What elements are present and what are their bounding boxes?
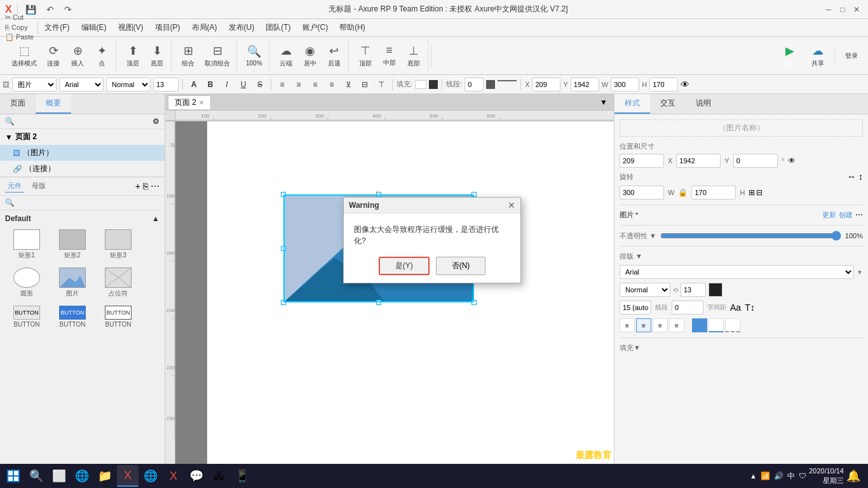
taskbar-axure2[interactable]: X xyxy=(163,465,184,487)
group-button[interactable]: ⊞ 组合 xyxy=(177,43,200,69)
right-font-size-input[interactable] xyxy=(681,283,706,297)
component-placeholder[interactable]: 占位符 xyxy=(97,265,140,301)
close-button[interactable]: ✕ xyxy=(850,3,863,16)
font-family-select[interactable]: Arial xyxy=(59,78,104,92)
component-circle[interactable]: 圆形 xyxy=(5,265,48,301)
tray-antivirus-icon[interactable]: 🛡 xyxy=(799,471,806,480)
flip-v-icon[interactable]: ↕ xyxy=(858,172,863,182)
preview-button[interactable]: ▶ 预览 xyxy=(778,43,801,69)
text-align-center[interactable]: ≡ xyxy=(636,318,651,332)
taskbar-search[interactable]: 🔍 xyxy=(25,465,47,487)
insert-button[interactable]: ⊕ 插入 xyxy=(66,43,89,69)
select-mode-button[interactable]: ⬚ 选择模式 xyxy=(8,43,41,69)
bold-btn[interactable]: A xyxy=(187,78,201,92)
tray-ime-icon[interactable]: 中 xyxy=(787,471,795,482)
h-input[interactable] xyxy=(649,78,678,92)
menu-help[interactable]: 帮助(H) xyxy=(334,20,370,35)
dialog-yes-button[interactable]: 是(Y) xyxy=(379,257,430,275)
page-mid-button[interactable]: ≡ 中部 xyxy=(378,43,401,69)
tab-style[interactable]: 样式 xyxy=(614,94,650,114)
italic-btn[interactable]: I xyxy=(220,78,234,92)
taskbar-wechat[interactable]: 💬 xyxy=(186,465,207,487)
duplicate-component-icon[interactable]: ⎘ xyxy=(143,181,148,191)
taskbar-clock[interactable]: 2020/10/14 星期三 xyxy=(809,466,844,486)
dialog-no-button[interactable]: 否(N) xyxy=(436,257,486,275)
element-name-field[interactable]: （图片名称） xyxy=(620,119,863,137)
font-style-select[interactable]: Normal xyxy=(106,78,151,92)
align-center-btn[interactable]: ≡ xyxy=(292,78,306,92)
maximize-button[interactable]: □ xyxy=(836,3,849,16)
flip-h-icon[interactable]: ↔ xyxy=(847,172,856,182)
line-width-input[interactable] xyxy=(465,78,484,92)
notification-icon[interactable]: 🔔 xyxy=(846,469,860,483)
undo-icon[interactable]: ↶ xyxy=(44,3,57,16)
x-position-input[interactable] xyxy=(620,154,664,168)
tray-volume-icon[interactable]: 🔊 xyxy=(774,471,783,480)
start-button[interactable] xyxy=(3,465,24,487)
image-options-icon[interactable]: ⋯ xyxy=(855,210,863,220)
outline-page[interactable]: ▼ 页面 2 xyxy=(0,129,165,145)
tab-elements[interactable]: 元件 xyxy=(5,180,24,193)
page-bot-button[interactable]: ⊥ 底部 xyxy=(402,43,425,69)
taskbar-axure[interactable]: X xyxy=(117,465,139,487)
page-top-button[interactable]: ⊤ 顶部 xyxy=(354,43,377,69)
bottom-layer-button[interactable]: ⬇ 底层 xyxy=(146,43,168,69)
menu-publish[interactable]: 发布(U) xyxy=(224,20,260,35)
align-bottom-btn[interactable]: ⊻ xyxy=(341,78,355,92)
text-color-solid[interactable] xyxy=(692,318,707,332)
lock-ratio-icon[interactable]: 🔒 xyxy=(678,188,688,197)
tab-interaction[interactable]: 交互 xyxy=(650,94,686,114)
taskbar-network[interactable]: 🖧 xyxy=(208,465,230,487)
login-button[interactable]: 登录 xyxy=(840,50,863,62)
outline-search-input[interactable] xyxy=(17,118,150,125)
text-format-icon2[interactable]: T↕ xyxy=(745,302,755,313)
right-font-style-select[interactable]: Normal xyxy=(620,283,670,297)
align-vcenter-btn[interactable]: ⊟ xyxy=(358,78,372,92)
canvas-tab-page2[interactable]: 页面 2 ✕ xyxy=(168,95,211,109)
font-color-box[interactable] xyxy=(709,283,722,297)
size-icon1[interactable]: ⊞ xyxy=(749,188,755,197)
outline-item-connector[interactable]: 🔗 （连接） xyxy=(0,161,165,177)
redo-icon[interactable]: ↷ xyxy=(62,3,74,16)
strikethrough-btn[interactable]: S xyxy=(253,78,267,92)
text-format-icon1[interactable]: Aa xyxy=(730,302,741,313)
text-align-justify[interactable]: ≡ xyxy=(669,318,684,332)
opacity-slider[interactable] xyxy=(660,231,841,241)
menu-view[interactable]: 视图(V) xyxy=(113,20,149,35)
menu-layout[interactable]: 布局(A) xyxy=(187,20,222,35)
update-label[interactable]: 更新 xyxy=(822,210,836,220)
filter-icon[interactable]: ⚙ xyxy=(153,117,159,126)
text-color-dash[interactable] xyxy=(725,318,740,332)
component-rect3[interactable]: 矩形3 xyxy=(97,227,140,262)
cloud3-button[interactable]: ↩ 后退 xyxy=(323,43,346,69)
components-search-input[interactable] xyxy=(17,199,159,207)
collapse-icon[interactable]: ▲ xyxy=(152,214,159,223)
connect-button[interactable]: ⟳ 连接 xyxy=(42,43,65,69)
text-align-left[interactable]: ≡ xyxy=(620,318,635,332)
cloud2-button[interactable]: ◉ 居中 xyxy=(299,43,322,69)
text-align-right[interactable]: ≡ xyxy=(653,318,668,332)
width-input[interactable] xyxy=(620,186,664,200)
menu-account[interactable]: 账户(C) xyxy=(297,20,334,35)
char-spacing-input[interactable] xyxy=(672,301,703,315)
font-size-input[interactable] xyxy=(153,78,179,92)
component-btn-outline[interactable]: BUTTON BUTTON xyxy=(97,303,140,330)
fill-color-box[interactable] xyxy=(415,80,426,89)
cut-menu[interactable]: ✂ Cut xyxy=(5,13,34,22)
align-right-btn[interactable]: ≡ xyxy=(308,78,322,92)
align-top-btn[interactable]: ⊤ xyxy=(374,78,388,92)
eye-visibility-icon[interactable]: 👁 xyxy=(788,156,796,165)
zoom-select[interactable]: 🔍 100% xyxy=(242,43,266,68)
taskbar-chrome[interactable]: 🌐 xyxy=(140,465,161,487)
tray-network-icon[interactable]: 📶 xyxy=(761,471,770,480)
eye-icon[interactable]: 👁 xyxy=(681,79,689,90)
align-justify-btn[interactable]: ≡ xyxy=(325,78,339,92)
line-color-box[interactable] xyxy=(486,80,495,89)
taskbar-edge[interactable]: 🌐 xyxy=(71,465,93,487)
text-color-line[interactable] xyxy=(709,318,724,332)
point-button[interactable]: ✦ 点 xyxy=(90,43,113,69)
share-button[interactable]: ☁ 共享 xyxy=(806,43,829,69)
minimize-button[interactable]: ─ xyxy=(822,3,835,16)
canvas-viewport[interactable]: ↕ 最露教育 xyxy=(175,121,614,464)
tab-masters[interactable]: 母版 xyxy=(29,180,48,193)
